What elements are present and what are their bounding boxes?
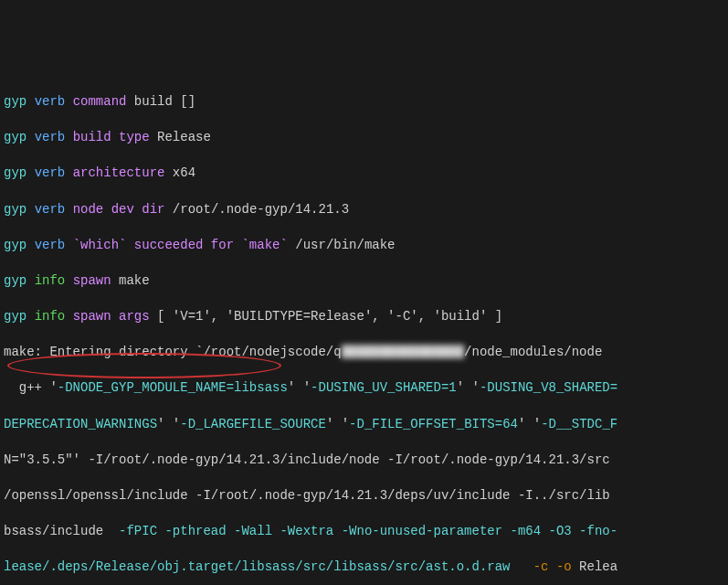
log-line: gyp verb command build [] [4, 93, 724, 112]
log-line: make: Entering directory `/root/nodejsco… [4, 344, 724, 362]
redacted-text: ████████████████ [342, 345, 464, 359]
log-line: gyp verb build type Release [4, 129, 724, 147]
log-line: bsass/include -fPIC -pthread -Wall -Wext… [4, 523, 724, 541]
log-line: /openssl/openssl/include -I/root/.node-g… [4, 487, 724, 505]
log-line: gyp verb `which` succeeded for `make` /u… [4, 237, 724, 255]
log-line: g++ '-DNODE_GYP_MODULE_NAME=libsass' '-D… [4, 379, 724, 398]
log-line: N="3.5.5"' -I/root/.node-gyp/14.21.3/inc… [4, 452, 724, 470]
terminal-output: gyp verb command build [] gyp verb build… [4, 75, 724, 585]
log-line: gyp verb node dev dir /root/.node-gyp/14… [4, 201, 724, 219]
log-line: gyp info spawn args [ 'V=1', 'BUILDTYPE=… [4, 308, 724, 326]
log-line: DEPRECATION_WARNINGS' '-D_LARGEFILE_SOUR… [4, 416, 724, 434]
log-line: gyp verb architecture x64 [4, 165, 724, 183]
log-line: lease/.deps/Release/obj.target/libsass/s… [4, 558, 724, 577]
log-line: gyp info spawn make [4, 272, 724, 291]
